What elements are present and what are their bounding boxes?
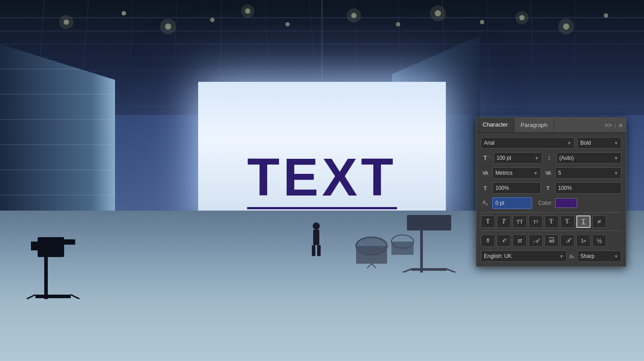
style-allcaps-button[interactable]: TT xyxy=(513,215,527,228)
baseline-input[interactable]: 0 pt xyxy=(492,197,532,209)
svg-line-54 xyxy=(447,269,456,273)
tab-character[interactable]: Character xyxy=(476,118,514,132)
svg-point-41 xyxy=(604,13,608,18)
svg-rect-58 xyxy=(317,245,321,256)
person-silhouette xyxy=(310,222,323,257)
ot-discretionary-button[interactable]: ad xyxy=(544,234,559,247)
svg-line-9 xyxy=(128,0,133,124)
drum-equipment xyxy=(349,219,420,273)
font-size-dropdown[interactable]: 100 pt ▼ xyxy=(494,152,542,164)
menu-icon[interactable]: ≡ xyxy=(619,122,622,129)
svg-point-25 xyxy=(160,19,176,35)
svg-rect-63 xyxy=(391,242,414,255)
svg-line-48 xyxy=(71,295,80,299)
antialias-dropdown[interactable]: Sharp ▼ xyxy=(577,250,621,262)
style-buttons-row: T T TT TT T' T. T ≠ xyxy=(481,212,621,231)
svg-point-61 xyxy=(356,237,387,255)
color-swatch[interactable] xyxy=(555,198,577,208)
svg-line-64 xyxy=(367,264,372,268)
style-regular-button[interactable]: T xyxy=(481,215,495,228)
svg-point-35 xyxy=(430,5,446,21)
ot-swash-button[interactable]: 𝒜 xyxy=(529,234,543,247)
leading-arrow-icon: ▼ xyxy=(614,156,618,161)
size-leading-row: T ↕ 100 pt ▼ ↕ (Auto) ▼ xyxy=(481,152,621,164)
svg-point-29 xyxy=(285,22,290,27)
svg-point-23 xyxy=(122,11,126,15)
tracking-arrow-icon: ▼ xyxy=(614,171,618,176)
svg-rect-44 xyxy=(38,237,64,257)
svg-rect-43 xyxy=(35,295,71,298)
ot-titling-button[interactable]: 𝒯 xyxy=(560,234,575,247)
ot-oldstyle-button[interactable]: 𝒪 xyxy=(497,234,511,247)
chevrons-icon[interactable]: >> xyxy=(605,122,612,129)
font-style-dropdown[interactable]: Bold ▼ xyxy=(577,137,621,149)
style-smallcaps-button[interactable]: TT xyxy=(529,215,543,228)
style-strikethrough-button[interactable]: ≠ xyxy=(592,215,606,228)
svg-point-40 xyxy=(558,19,574,35)
opentype-row: fi 𝒪 st 𝒜 ad 𝒯 1st ½ xyxy=(481,234,621,247)
font-size-arrow-icon: ▼ xyxy=(535,156,539,161)
style-superscript-button[interactable]: T' xyxy=(544,215,559,228)
panel-body: Arial ▼ Bold ▼ T ↕ 100 pt ▼ ↕ (Auto) ▼ xyxy=(476,133,626,266)
antialias-arrow-icon: ▼ xyxy=(614,254,618,259)
character-panel: Character Paragraph >> | ≡ Arial ▼ Bold … xyxy=(476,117,626,267)
panel-header: Character Paragraph >> | ≡ xyxy=(476,118,626,133)
canvas-text-underline xyxy=(247,207,397,209)
font-size-icon: T xyxy=(481,154,490,161)
font-family-dropdown[interactable]: Arial ▼ xyxy=(481,137,575,149)
font-family-row: Arial ▼ Bold ▼ xyxy=(481,137,621,149)
kerning-tracking-row: VA Metrics ▼ VA 5 ▼ xyxy=(481,167,621,179)
svg-line-47 xyxy=(27,295,35,299)
font-size-subicon: ↕ xyxy=(489,154,491,158)
kerning-icon: VA xyxy=(481,170,490,176)
ot-fractions-button[interactable]: ½ xyxy=(592,234,606,247)
hscale-icon: T xyxy=(481,185,490,192)
svg-rect-45 xyxy=(31,242,40,250)
scale-row: T 100% T 100% xyxy=(481,182,621,194)
color-label: Color: xyxy=(538,200,552,206)
svg-rect-42 xyxy=(44,255,48,299)
leading-dropdown[interactable]: (Auto) ▼ xyxy=(556,152,622,164)
style-subscript-button[interactable]: T. xyxy=(560,215,575,228)
baseline-icon: Aa xyxy=(481,200,490,206)
kerning-arrow-icon: ▼ xyxy=(533,171,538,176)
vscale-input[interactable]: 100% xyxy=(555,182,621,194)
language-row: English: UK ▼ aₐ Sharp ▼ xyxy=(481,250,621,262)
tab-paragraph[interactable]: Paragraph xyxy=(514,118,554,132)
ot-stylistic-button[interactable]: st xyxy=(513,234,527,247)
ot-ordinals-button[interactable]: 1st xyxy=(576,234,590,247)
svg-rect-57 xyxy=(312,245,315,256)
style-italic-button[interactable]: T xyxy=(497,215,511,228)
svg-line-10 xyxy=(172,0,177,124)
svg-rect-56 xyxy=(313,230,319,245)
svg-point-26 xyxy=(210,18,215,22)
svg-line-65 xyxy=(372,264,376,268)
svg-point-38 xyxy=(515,11,529,24)
leading-icon: ↕ xyxy=(545,154,554,162)
language-dropdown[interactable]: English: UK ▼ xyxy=(481,250,567,262)
baseline-color-row: Aa 0 pt Color: xyxy=(481,197,621,209)
aa-label: aₐ xyxy=(569,253,575,259)
canvas-main-text: TEXT xyxy=(247,150,397,204)
font-style-arrow-icon: ▼ xyxy=(614,141,618,146)
tracking-dropdown[interactable]: 5 ▼ xyxy=(555,167,621,179)
svg-point-55 xyxy=(313,223,320,230)
ot-ligatures-button[interactable]: fi xyxy=(481,234,495,247)
svg-point-22 xyxy=(59,15,73,29)
style-underline-button[interactable]: T xyxy=(576,215,590,228)
svg-line-18 xyxy=(487,0,491,124)
svg-point-28 xyxy=(241,4,254,18)
kerning-dropdown[interactable]: Metrics ▼ xyxy=(492,167,541,179)
svg-point-36 xyxy=(480,20,484,24)
svg-rect-50 xyxy=(420,228,423,273)
font-family-arrow-icon: ▼ xyxy=(567,141,571,146)
svg-point-33 xyxy=(396,22,400,27)
hscale-input[interactable]: 100% xyxy=(492,182,541,194)
panel-header-controls: >> | ≡ xyxy=(601,122,626,129)
canvas-text-container: TEXT xyxy=(247,150,397,209)
svg-line-19 xyxy=(531,0,535,124)
tracking-icon: VA xyxy=(544,170,552,176)
vscale-icon: T xyxy=(544,185,552,192)
language-arrow-icon: ▼ xyxy=(559,254,564,259)
svg-point-32 xyxy=(347,8,361,23)
